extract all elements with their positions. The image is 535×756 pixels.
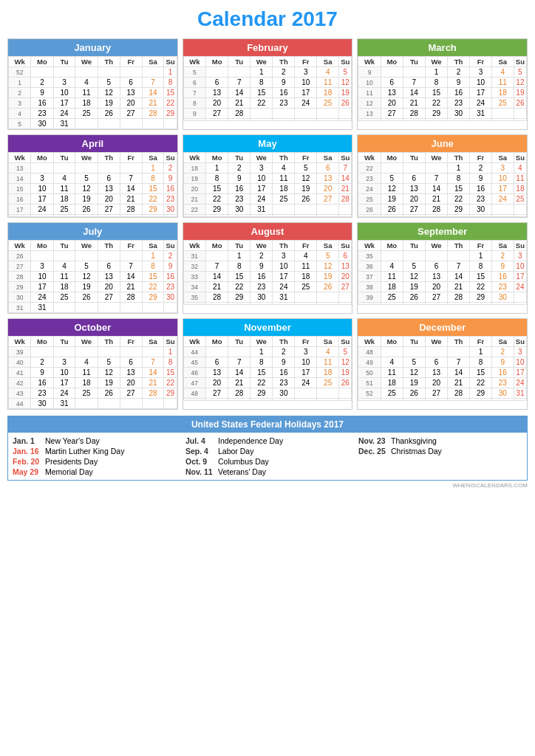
day-cell [142,215,164,217]
day-cell: 28 [403,109,425,119]
day-cell: 14 [448,272,470,282]
day-cell: 8 [470,357,492,368]
day-cell: 1 [470,251,492,261]
holiday-row: Dec. 25Christmas Day [358,447,522,456]
day-cell: 9 [491,357,514,368]
day-cell: 35 [358,251,381,261]
day-cell: 9 [164,261,177,272]
day-cell: 11 [514,173,526,184]
day-cell [206,119,228,121]
day-cell [75,399,98,409]
day-cell: 12 [317,261,339,272]
day-cell: 23 [273,98,295,109]
day-cell: 21 [142,378,164,388]
day-cell: 20 [98,282,120,292]
day-cell [206,303,228,305]
col-header-th: Th [273,241,295,251]
day-cell [403,67,425,78]
day-cell [448,251,470,261]
month-block-may: MayWkMoTuWeThFrSaSu181234567198910111213… [183,134,353,218]
day-cell: 22 [251,378,273,388]
day-cell: 24 [53,109,75,119]
day-cell: 8 [142,173,164,184]
day-cell: 23 [491,282,514,292]
day-cell: 11 [53,184,75,194]
day-cell: 13 [381,88,403,98]
day-cell: 30 [9,292,31,303]
day-cell: 6 [206,357,228,368]
day-cell [403,163,425,173]
day-cell: 26 [403,388,425,399]
day-cell [381,347,403,357]
day-cell: 16 [31,378,53,388]
day-cell: 16 [448,88,470,98]
col-header-sa: Sa [142,153,164,163]
day-cell: 7 [339,163,352,173]
col-header-fr: Fr [120,153,142,163]
day-cell: 2 [164,163,177,173]
day-cell: 21 [448,378,470,388]
col-header-fr: Fr [120,57,142,67]
day-cell: 15 [164,88,177,98]
day-cell [164,119,177,129]
day-cell: 15 [206,184,228,194]
day-cell: 12 [75,184,98,194]
col-header-su: Su [164,337,177,347]
day-cell [381,399,403,401]
day-cell: 27 [403,205,425,215]
day-cell: 29 [251,388,273,399]
day-cell [31,347,53,357]
day-cell: 23 [228,194,251,205]
day-cell: 13 [9,163,31,173]
day-cell: 30 [491,292,514,303]
day-cell: 30 [228,205,251,215]
day-cell: 21 [403,98,425,109]
title-year: 2017 [292,7,338,30]
day-cell: 25 [53,292,75,303]
day-cell [448,399,470,401]
day-cell: 13 [358,109,381,119]
day-cell: 11 [491,78,514,88]
day-cell [142,67,164,78]
watermark: WHENISCALENDARS.COM [7,482,528,489]
month-table: WkMoTuWeThFrSaSu441234545678910111246131… [183,336,352,401]
holiday-date: Dec. 25 [358,447,388,456]
day-cell: 5 [75,173,98,184]
day-cell: 39 [358,292,381,303]
day-cell: 4 [53,261,75,272]
day-cell: 22 [142,282,164,292]
day-cell: 26 [75,292,98,303]
col-header-su: Su [514,337,526,347]
day-cell: 16 [164,184,177,194]
col-header-wk: Wk [183,153,205,163]
day-cell: 26 [317,282,339,292]
day-cell: 22 [164,378,177,388]
holiday-row: Jan. 16Martin Luther King Day [13,447,177,456]
day-cell: 17 [295,88,317,98]
col-header-we: We [75,241,98,251]
day-cell: 9 [470,173,492,184]
day-cell: 11 [295,261,317,272]
col-header-fr: Fr [295,57,317,67]
col-header-wk: Wk [9,57,31,67]
day-cell: 31 [273,292,295,303]
day-cell [98,303,120,313]
day-cell: 30 [31,119,53,129]
col-header-mo: Mo [31,153,53,163]
col-header-we: We [425,337,447,347]
week-row: 92728 [183,109,352,119]
day-cell [403,347,425,357]
day-cell: 30 [31,399,53,409]
col-header-th: Th [98,337,120,347]
col-header-fr: Fr [295,153,317,163]
day-cell: 28 [448,292,470,303]
day-cell: 10 [295,78,317,88]
day-cell: 7 [228,357,251,368]
day-cell: 9 [448,78,470,88]
day-cell: 12 [98,88,120,98]
day-cell: 12 [98,368,120,378]
col-header-th: Th [273,57,295,67]
day-cell: 17 [491,184,514,194]
day-cell: 19 [403,282,425,292]
day-cell: 11 [358,88,381,98]
